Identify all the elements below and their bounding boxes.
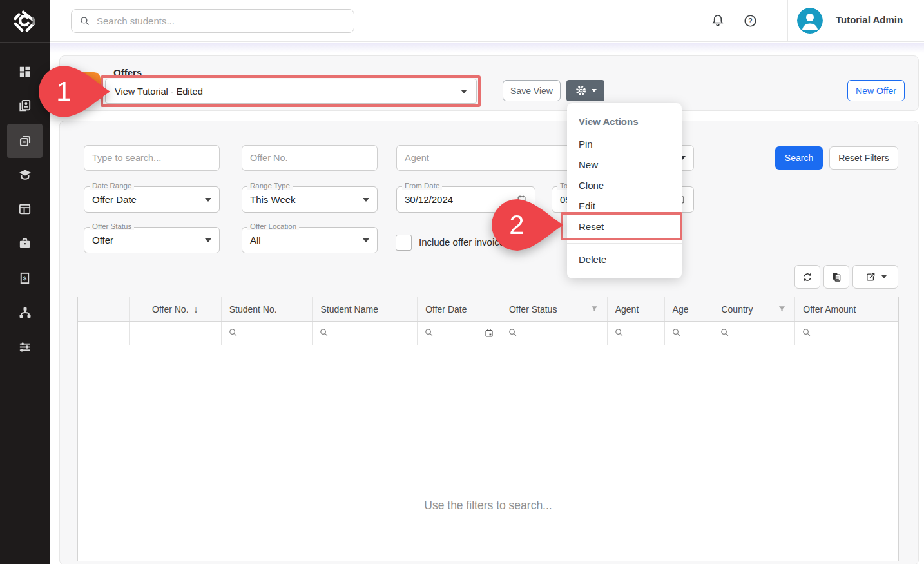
chevron-down-icon	[363, 198, 369, 202]
offers-icon	[17, 133, 33, 149]
date-range-select[interactable]: Date Range Offer Date	[84, 186, 220, 213]
offer-location-select[interactable]: Offer Location All	[242, 227, 378, 253]
boards-icon	[17, 202, 32, 217]
global-search-input[interactable]: Search students...	[71, 9, 354, 33]
chevron-down-icon	[461, 90, 467, 93]
search-icon	[79, 15, 90, 26]
sidebar-item-invoices[interactable]: $	[7, 261, 43, 295]
menu-item-edit[interactable]: Edit	[567, 195, 682, 216]
chevron-down-icon	[205, 238, 211, 242]
reset-filters-button[interactable]: Reset Filters	[829, 146, 898, 170]
page-title: Offers	[113, 67, 142, 78]
column-filter-country[interactable]	[713, 322, 795, 345]
sidebar-item-agents[interactable]	[7, 295, 43, 329]
sidebar-item-courses[interactable]	[7, 157, 43, 191]
menu-item-clone[interactable]: Clone	[567, 175, 682, 195]
app-logo-icon	[11, 8, 38, 35]
view-selector-dropdown[interactable]: View Tutorial - Edited	[105, 79, 477, 104]
view-actions-menu: View Actions PinNewCloneEditResetDelete	[567, 103, 682, 278]
topbar: Search students... ? Tutorial Admin	[50, 0, 924, 42]
column-header-agent[interactable]: Agent	[608, 297, 665, 321]
column-label: Student No.	[229, 304, 277, 315]
search-icon	[228, 327, 238, 340]
table-header-row: Offer No.↓Student No.Student NameOffer D…	[78, 297, 898, 322]
column-header-offer-no[interactable]: Offer No.↓	[130, 297, 222, 321]
offer-no-input[interactable]: Offer No.	[242, 145, 378, 171]
help-button[interactable]: ?	[738, 8, 762, 33]
save-view-button[interactable]: Save View	[503, 80, 561, 101]
from-date-field[interactable]: From Date 30/12/2024	[396, 186, 535, 213]
table-empty-message: Use the filters to search...	[78, 499, 898, 512]
filter-funnel-icon[interactable]	[590, 304, 599, 314]
info-icon[interactable]	[523, 237, 534, 248]
search-icon	[671, 327, 681, 340]
copy-icon	[831, 271, 842, 283]
menu-item-reset[interactable]: Reset	[567, 216, 682, 237]
settings-icon	[17, 340, 32, 355]
menu-item-delete[interactable]: Delete	[567, 249, 682, 269]
column-header-offer-date[interactable]: Offer Date	[418, 297, 501, 321]
column-header-age[interactable]: Age	[665, 297, 714, 321]
column-filter-student-no[interactable]	[222, 322, 313, 345]
menu-item-pin[interactable]: Pin	[567, 133, 682, 154]
app-window: $ Search students... ? Tutorial Admin Of…	[0, 0, 924, 564]
column-header-country[interactable]: Country	[713, 297, 795, 321]
chevron-down-icon	[363, 238, 369, 242]
calendar-icon[interactable]	[484, 328, 494, 338]
invoices-icon: $	[17, 271, 32, 286]
sidebar-item-dashboard[interactable]	[7, 55, 43, 89]
column-label: Offer Amount	[803, 304, 856, 315]
app-logo[interactable]	[9, 6, 40, 37]
chevron-down-icon	[881, 275, 887, 278]
filter-funnel-icon[interactable]	[777, 304, 787, 314]
column-filter-agent[interactable]	[608, 322, 665, 345]
menu-item-new[interactable]: New	[567, 154, 682, 175]
notifications-button[interactable]	[706, 8, 730, 33]
include-offer-invoices-label: Include offer invoices	[419, 237, 510, 248]
sort-desc-icon: ↓	[194, 304, 198, 315]
column-header-student-no[interactable]: Student No.	[222, 297, 313, 321]
agents-icon	[17, 305, 33, 320]
search-icon	[614, 327, 624, 340]
search-icon	[802, 327, 811, 340]
column-header-student-name[interactable]: Student Name	[313, 297, 418, 321]
table-body: Use the filters to search...	[78, 345, 898, 561]
sidebar-item-services[interactable]	[7, 226, 43, 260]
dashboard-icon	[17, 64, 32, 79]
include-offer-invoices-checkbox[interactable]	[396, 235, 412, 251]
user-avatar[interactable]	[797, 8, 823, 34]
sidebar-item-offers[interactable]	[7, 124, 43, 158]
column-filter-age[interactable]	[665, 322, 714, 345]
new-offer-button[interactable]: New Offer	[847, 80, 905, 101]
calendar-icon[interactable]	[516, 194, 527, 205]
column-filter-offer-date[interactable]	[418, 322, 501, 345]
column-header-offer-status[interactable]: Offer Status	[501, 297, 608, 321]
range-type-select[interactable]: Range Type This Week	[242, 186, 378, 213]
sidebar-item-boards[interactable]	[7, 192, 43, 226]
table-column-separator	[130, 345, 130, 561]
gear-icon	[575, 84, 587, 97]
menu-divider	[567, 243, 682, 244]
column-label: Offer Date	[425, 304, 467, 315]
view-actions-gear-button[interactable]	[566, 80, 604, 101]
refresh-icon	[802, 271, 813, 283]
sidebar-item-students[interactable]	[7, 88, 43, 122]
export-button[interactable]	[852, 265, 898, 289]
column-label: Offer No.	[152, 304, 189, 315]
type-to-search-input[interactable]: Type to search...	[84, 145, 220, 171]
offers-tile-icon	[72, 72, 101, 101]
copy-button[interactable]	[823, 265, 849, 289]
refresh-button[interactable]	[794, 265, 820, 289]
column-filter-student-name[interactable]	[313, 322, 418, 345]
offer-status-select[interactable]: Offer Status Offer	[84, 227, 220, 253]
view-actions-menu-items: PinNewCloneEditResetDelete	[567, 133, 682, 269]
search-button[interactable]: Search	[775, 146, 823, 170]
column-header-offer-amount[interactable]: Offer Amount	[795, 297, 898, 321]
column-filter-offer-amount[interactable]	[795, 322, 898, 345]
sidebar-item-settings[interactable]	[7, 330, 43, 364]
column-label: Age	[673, 304, 689, 315]
user-name[interactable]: Tutorial Admin	[836, 14, 903, 25]
search-icon	[508, 327, 517, 340]
column-filter-offer-status[interactable]	[501, 322, 608, 345]
bell-icon	[711, 14, 725, 28]
